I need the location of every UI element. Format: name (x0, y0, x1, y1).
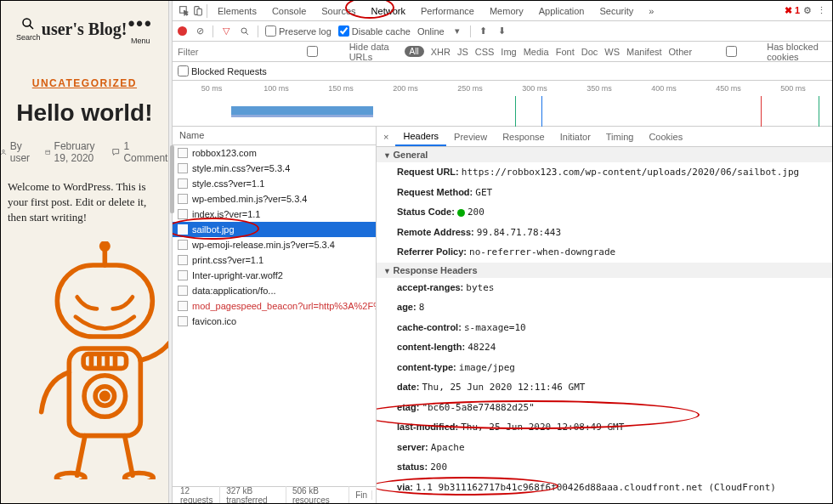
device-icon[interactable] (191, 5, 203, 17)
inspect-icon[interactable] (178, 5, 190, 17)
status-bar: 12 requests327 kB transferred506 kB reso… (173, 486, 376, 503)
kebab-icon[interactable]: ⋮ (815, 5, 827, 17)
header-row: Request URL: https://robbox123.com/wp-co… (377, 162, 832, 183)
filter-other[interactable]: Other (669, 47, 693, 57)
request-row[interactable]: print.css?ver=1.1 (173, 252, 376, 268)
blocked-cookies-checkbox[interactable]: Has blocked cookies (699, 42, 827, 62)
filter-js[interactable]: JS (457, 47, 468, 57)
tab-performance[interactable]: Performance (414, 3, 481, 20)
request-row[interactable]: style.min.css?ver=5.3.4 (173, 161, 376, 176)
svg-line-1 (30, 25, 34, 30)
header-row: date: Thu, 25 Jun 2020 12:11:46 GMT (377, 377, 832, 398)
throttle-caret-icon[interactable]: ▾ (451, 25, 463, 37)
svg-rect-23 (196, 8, 201, 15)
online-select[interactable]: Online (417, 26, 445, 37)
tabs-more[interactable]: » (642, 3, 660, 20)
request-row[interactable]: wp-embed.min.js?ver=5.3.4 (173, 191, 376, 207)
gear-icon[interactable]: ⚙ (802, 5, 813, 17)
file-icon (178, 240, 188, 250)
file-icon (178, 194, 188, 204)
site-title[interactable]: user's Blog! (42, 20, 128, 39)
file-icon (178, 255, 188, 265)
header-row: server: Apache (377, 438, 832, 458)
request-row[interactable]: Inter-upright-var.woff2 (173, 268, 376, 283)
name-column-header[interactable]: Name (173, 127, 376, 145)
tab-console[interactable]: Console (265, 3, 313, 20)
svg-rect-3 (46, 150, 50, 154)
file-icon (178, 148, 188, 158)
file-icon (178, 286, 188, 296)
request-row[interactable]: style.css?ver=1.1 (173, 176, 376, 191)
user-icon (1, 147, 7, 157)
timeline[interactable]: 50 ms100 ms150 ms200 ms250 ms300 ms350 m… (173, 81, 832, 127)
timeline-labels: 50 ms100 ms150 ms200 ms250 ms300 ms350 m… (173, 84, 832, 93)
filter-input[interactable] (178, 47, 271, 57)
dtab-response[interactable]: Response (495, 128, 552, 145)
request-list: Name robbox123.comstyle.min.css?ver=5.3.… (173, 127, 377, 503)
search-icon (20, 16, 36, 31)
file-icon (178, 301, 188, 311)
search-toolbar-icon[interactable] (239, 25, 251, 37)
tab-network[interactable]: Network (365, 3, 412, 20)
filter-css[interactable]: CSS (475, 47, 495, 57)
record-button[interactable] (178, 26, 187, 36)
hide-data-urls-checkbox[interactable]: Hide data URLs (278, 42, 398, 62)
dtab-timing[interactable]: Timing (598, 128, 642, 145)
detail-tabs: × Headers Preview Response Initiator Tim… (377, 127, 832, 147)
filter-font[interactable]: Font (556, 47, 575, 57)
svg-line-18 (125, 435, 133, 475)
request-row[interactable]: favicon.ico (173, 314, 376, 329)
header-row: accept-ranges: bytes (377, 278, 832, 298)
request-row[interactable]: wp-emoji-release.min.js?ver=5.3.4 (173, 237, 376, 252)
upload-icon[interactable]: ⬆ (478, 25, 490, 37)
filter-img[interactable]: Img (501, 47, 516, 57)
tab-security[interactable]: Security (593, 3, 641, 20)
tab-application[interactable]: Application (532, 3, 592, 20)
close-detail-icon[interactable]: × (377, 132, 395, 142)
filter-all[interactable]: All (405, 46, 424, 57)
meta-author[interactable]: By user (1, 140, 33, 164)
meta-comments[interactable]: 1 Comment (111, 140, 169, 164)
filter-doc[interactable]: Doc (581, 47, 598, 57)
dtab-headers[interactable]: Headers (395, 127, 446, 146)
request-row[interactable]: robbox123.com (173, 145, 376, 161)
svg-point-19 (56, 473, 85, 479)
header-row: Remote Address: 99.84.71.78:443 (377, 223, 832, 243)
filter-media[interactable]: Media (524, 47, 549, 57)
clear-icon[interactable]: ⊘ (194, 25, 206, 37)
dtab-cookies[interactable]: Cookies (641, 128, 690, 145)
filter-xhr[interactable]: XHR (431, 47, 450, 57)
blocked-requests-checkbox[interactable]: Blocked Requests (178, 65, 267, 76)
category-link[interactable]: UNCATEGORIZED (32, 77, 137, 89)
filter-manifest[interactable]: Manifest (626, 47, 662, 57)
section-header[interactable]: Response Headers (377, 263, 832, 278)
disable-cache-checkbox[interactable]: Disable cache (338, 25, 411, 37)
preserve-log-checkbox[interactable]: Preserve log (265, 25, 332, 37)
request-name: robbox123.com (192, 148, 257, 158)
wordpress-page: Search user's Blog! ••• Menu UNCATEGORIZ… (1, 1, 169, 503)
request-row[interactable]: index.js?ver=1.1 (173, 207, 376, 222)
dtab-initiator[interactable]: Initiator (552, 128, 598, 145)
calendar-icon (45, 147, 51, 157)
error-badge[interactable]: ✖ 1 (785, 5, 800, 16)
menu-button[interactable]: ••• Menu (128, 13, 153, 45)
filter-icon[interactable]: ▽ (220, 25, 232, 37)
svg-line-25 (246, 32, 248, 35)
request-row[interactable]: data:application/fo... (173, 283, 376, 298)
header-row: etag: "bc60-5a8e774882d25" (377, 398, 832, 418)
dtab-preview[interactable]: Preview (446, 128, 495, 145)
download-icon[interactable]: ⬇ (496, 25, 508, 37)
search-label: Search (16, 33, 41, 42)
request-row[interactable]: mod_pagespeed_beacon?url=http%3A%2F%2Fro… (173, 298, 376, 314)
meta-date[interactable]: February 19, 2020 (45, 140, 99, 164)
filter-ws[interactable]: WS (604, 47, 620, 57)
tab-memory[interactable]: Memory (483, 3, 530, 20)
search-button[interactable]: Search (16, 16, 41, 42)
request-name: sailbot.jpg (192, 224, 235, 235)
svg-rect-5 (57, 265, 152, 337)
section-header[interactable]: General (377, 147, 832, 162)
blocked-requests-bar: Blocked Requests (173, 62, 832, 81)
tab-elements[interactable]: Elements (211, 3, 264, 20)
tab-sources[interactable]: Sources (314, 3, 362, 20)
request-row[interactable]: sailbot.jpg (173, 222, 376, 237)
